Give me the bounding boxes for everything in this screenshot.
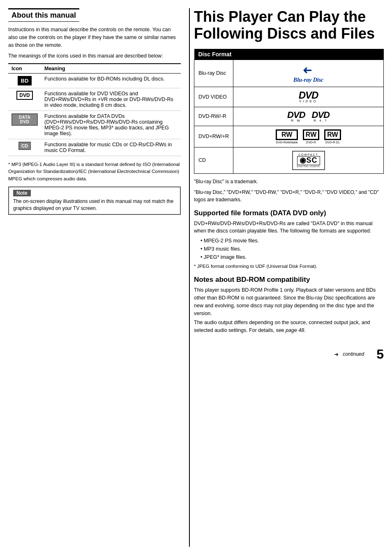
page-title: This Player Can Play the Following Discs… [194, 8, 384, 42]
mp3-footnote: * MP3 (MPEG-1 Audio Layer III) is a stan… [8, 161, 181, 182]
icon-cd: CD [8, 139, 41, 156]
cd-disc-name: CD [194, 147, 233, 173]
note-box: Note The on-screen display illustrations… [8, 187, 181, 215]
table-row: Blu-ray Disc ➜ Blu-ray Disc [194, 60, 384, 87]
bottom-row: ➜ continued 5 [194, 347, 384, 362]
col-meaning: Meaning [41, 64, 181, 74]
page-title-line1: This Player Can Play the [194, 8, 366, 25]
intro-para-2: The meanings of the icons used in this m… [8, 52, 181, 60]
page-number: 5 [376, 347, 384, 362]
dvd-video-name: DVD VIDEO [194, 87, 233, 107]
trademark-1: "Blu-ray Disc" is a trademark. [194, 178, 384, 185]
cd-badge: CD [18, 142, 31, 150]
dvd-meaning: Functions available for DVD VIDEOs and D… [41, 88, 181, 111]
supported-files-list: MPEG-2 PS movie files. MP3 music files. … [201, 237, 384, 261]
disc-format-header: Disc Format [194, 49, 384, 60]
left-column: About this manual Instructions in this m… [8, 8, 189, 547]
bd-badge: BD [18, 76, 32, 85]
dvd-rw-logo-unit: DVD R W [287, 111, 305, 122]
continued-text: continued [343, 351, 364, 357]
dvd-video-sub-text: VIDEO [299, 99, 318, 103]
blu-ray-arrow-icon: ➜ [303, 63, 312, 77]
data-dvd-meaning: Functions available for DATA DVDs (DVD+R… [41, 111, 181, 139]
intro-para-1: Instructions in this manual describe the… [8, 26, 181, 49]
dvd-plus-rw-logo: RW DVD+ReWritable [276, 129, 297, 144]
cd-meaning: Functions available for music CDs or CD-… [41, 139, 181, 156]
dvd-plus-rw-r-logo-cell: RW DVD+ReWritable RW DVD+R RW DVD+R DL [233, 126, 384, 147]
bd-rom-text-2: The audio output differs depending on th… [194, 319, 384, 334]
blu-ray-logo-cell: ➜ Blu-ray Disc [233, 60, 384, 87]
list-item: JPEG* image files. [201, 253, 384, 261]
section-title: About this manual [8, 8, 79, 22]
right-column: This Player Can Play the Following Discs… [189, 8, 384, 547]
disc-format-table: Disc Format Blu-ray Disc ➜ Blu-ray Disc [194, 49, 384, 174]
table-row: DVD VIDEO DVD VIDEO [194, 87, 384, 107]
dvd-video-big-text: DVD [299, 90, 318, 100]
note-text: The on-screen display illustrations used… [13, 198, 176, 212]
table-row: DATA DVD Functions available for DATA DV… [8, 111, 181, 139]
table-row: DVD+RW/+R RW DVD+ReWritable RW DVD+R [194, 126, 384, 147]
table-row: DVD Functions available for DVD VIDEOs a… [8, 88, 181, 111]
dvd-rw-r-logo-cell: DVD R W DVD R 4.7 [233, 107, 384, 126]
table-row: CD Functions available for music CDs or … [8, 139, 181, 156]
note-label: Note [13, 190, 31, 196]
table-row: DVD-RW/-R DVD R W DVD R 4.7 [194, 107, 384, 126]
dvd-video-logo-cell: DVD VIDEO [233, 87, 384, 107]
dvd-plus-r-logo: RW DVD+R [303, 129, 319, 144]
list-item: MPEG-2 PS movie files. [201, 237, 384, 245]
continued-arrow-icon: ➜ [334, 351, 339, 357]
cd-compact-logo: COMPACT ◉SC DIGITAL AUDIO [292, 151, 325, 170]
icon-dvd: DVD [8, 88, 41, 111]
icon-data-dvd: DATA DVD [8, 111, 41, 139]
dvd-plus-rw-r-name: DVD+RW/+R [194, 126, 233, 147]
dvd-r-logo-unit: DVD R 4.7 [312, 111, 330, 122]
page-title-line2: Following Discs and Files [194, 25, 375, 42]
bd-rom-text-1: This player supports BD-ROM Profile 1 on… [194, 286, 384, 317]
data-dvd-badge: DATA DVD [12, 113, 38, 126]
col-icon: Icon [8, 64, 41, 74]
dvd-badge: DVD [16, 91, 32, 100]
supported-files-title: Supported file formats (DATA DVD only) [194, 209, 384, 217]
dvd-plus-r-dl-logo: RW DVD+R DL [324, 129, 341, 144]
bd-rom-title: Notes about BD-ROM compatibility [194, 276, 384, 284]
supported-files-intro: DVD+RWs/DVD-RWs/DVD+Rs/DVD-Rs are called… [194, 220, 384, 235]
dvd-rw-r-name: DVD-RW/-R [194, 107, 233, 126]
bd-meaning: Functions available for BD-ROMs includin… [41, 74, 181, 88]
table-row: BD Functions available for BD-ROMs inclu… [8, 74, 181, 88]
icon-bd: BD [8, 74, 41, 88]
trademark-2: "Blu-ray Disc," "DVD+RW," "DVD-RW," "DVD… [194, 189, 384, 203]
table-row: CD COMPACT ◉SC DIGITAL AUDIO [194, 147, 384, 173]
icon-table: Icon Meaning BD Functions available for … [8, 63, 181, 156]
jpeg-footnote: * JPEG format conforming to UDF (Univers… [194, 263, 384, 270]
blu-ray-name: Blu-ray Disc [194, 60, 233, 87]
blu-ray-text: Blu-ray Disc [293, 77, 324, 83]
list-item: MP3 music files. [201, 245, 384, 253]
cd-logo-cell: COMPACT ◉SC DIGITAL AUDIO [233, 147, 384, 173]
